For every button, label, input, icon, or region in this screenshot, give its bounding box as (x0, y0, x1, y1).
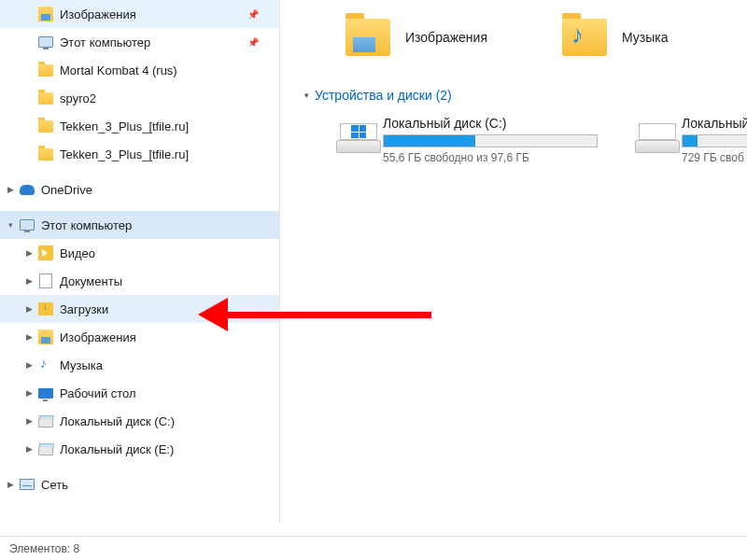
folder-icon (37, 90, 54, 106)
tree-item-spyro2[interactable]: spyro2 (0, 84, 279, 112)
tree-item-label: Изображения (60, 7, 136, 21)
chevron-right-icon[interactable]: ▶ (22, 414, 35, 427)
network-icon (19, 476, 35, 493)
tree-item-tekken-1[interactable]: Tekken_3_Plus_[tfile.ru] (0, 112, 279, 140)
tree-item-onedrive[interactable]: ▶ OneDrive (0, 175, 279, 203)
drive-icon (635, 119, 669, 153)
documents-icon (37, 273, 54, 289)
chevron-right-icon[interactable]: ▶ (22, 442, 35, 455)
drive-icon (37, 441, 54, 457)
drive-free-text: 729 ГБ своб (682, 151, 747, 164)
tree-item-label: Tekken_3_Plus_[tfile.ru] (60, 119, 189, 133)
chevron-right-icon[interactable]: ▶ (22, 246, 35, 259)
tree-item-label: Видео (60, 246, 95, 260)
tree-item-drive-c[interactable]: ▶ Локальный диск (C:) (0, 407, 279, 435)
chevron-down-icon[interactable]: ▾ (4, 218, 17, 231)
tree-item-mk4[interactable]: Mortal Kombat 4 (rus) (0, 56, 279, 84)
tree-item-label: Локальный диск (C:) (60, 414, 175, 428)
tree-item-label: Загрузки (60, 302, 108, 316)
pictures-icon (37, 6, 54, 22)
chevron-right-icon[interactable]: ▶ (22, 386, 35, 399)
folder-tile-label: Изображения (405, 30, 487, 45)
tree-item-drive-e[interactable]: ▶ Локальный диск (E:) (0, 435, 279, 463)
chevron-right-icon[interactable]: ▶ (22, 302, 35, 315)
folder-tile-music[interactable]: Музыка (562, 19, 669, 56)
tree-item-this-pc[interactable]: ▾ Этот компьютер (0, 211, 279, 239)
tree-item-downloads[interactable]: ▶ Загрузки (0, 295, 279, 323)
pin-icon: 📌 (247, 9, 259, 20)
pictures-icon (37, 329, 54, 345)
status-bar: Элементов: 8 (0, 536, 747, 560)
desktop-icon (37, 385, 54, 401)
drive-tile-c[interactable]: Локальный диск (C:) 55,6 ГБ свободно из … (336, 116, 598, 164)
tree-item-network[interactable]: ▶ Сеть (0, 470, 279, 498)
tree-item-label: Этот компьютер (60, 35, 150, 49)
tree-item-this-pc-qa[interactable]: Этот компьютер 📌 (0, 28, 279, 56)
drive-usage-bar (682, 134, 747, 147)
tree-item-pictures[interactable]: Изображения 📌 (0, 0, 279, 28)
tree-item-tekken-2[interactable]: Tekken_3_Plus_[tfile.ru] (0, 140, 279, 168)
chevron-down-icon[interactable]: ▾ (304, 91, 309, 100)
tree-item-desktop[interactable]: ▶ Рабочий стол (0, 379, 279, 407)
chevron-right-icon[interactable]: ▶ (22, 274, 35, 287)
video-icon (37, 245, 54, 261)
tree-item-label: Документы (60, 274, 122, 288)
pin-icon: 📌 (247, 37, 259, 48)
tree-item-label: Tekken_3_Plus_[tfile.ru] (60, 147, 189, 161)
tree-item-documents[interactable]: ▶ Документы (0, 267, 279, 295)
folder-icon (37, 146, 54, 162)
drive-name: Локальный диск (C:) (383, 116, 598, 131)
tree-item-label: Музыка (60, 358, 103, 372)
tree-item-label: Этот компьютер (41, 218, 132, 232)
downloads-icon (37, 301, 54, 317)
music-icon (37, 357, 54, 373)
folder-tile-label: Музыка (622, 30, 669, 45)
tree-item-music[interactable]: ▶ Музыка (0, 351, 279, 379)
onedrive-icon (19, 181, 35, 198)
tree-item-label: spyro2 (60, 91, 96, 105)
drives-section-header[interactable]: ▾ Устройства и диски (2) (299, 84, 747, 110)
chevron-right-icon[interactable]: ▶ (22, 358, 35, 371)
tree-item-pictures-pc[interactable]: ▶ Изображения (0, 323, 279, 351)
tree-item-videos[interactable]: ▶ Видео (0, 239, 279, 267)
chevron-right-icon[interactable]: ▶ (22, 330, 35, 343)
drive-tile-second[interactable]: Локальный 729 ГБ своб (635, 116, 747, 164)
tree-item-label: Локальный диск (E:) (60, 442, 174, 456)
drive-usage-bar (383, 134, 598, 147)
content-pane[interactable]: Изображения Музыка ▾ Устройства и диски … (280, 0, 747, 523)
folder-tile-pictures[interactable]: Изображения (345, 19, 487, 56)
section-header-label: Устройства и диски (2) (315, 88, 452, 103)
navigation-tree[interactable]: Изображения 📌 Этот компьютер 📌 Mortal Ko… (0, 0, 280, 523)
tree-item-label: Изображения (60, 330, 136, 344)
chevron-right-icon[interactable]: ▶ (4, 478, 17, 491)
tree-item-label: Mortal Kombat 4 (rus) (60, 63, 177, 77)
drive-free-text: 55,6 ГБ свободно из 97,6 ГБ (383, 151, 598, 164)
music-folder-icon (562, 19, 607, 56)
pc-icon (19, 217, 35, 233)
drive-icon (37, 413, 54, 429)
pictures-folder-icon (345, 19, 390, 56)
drive-name: Локальный (682, 116, 747, 131)
pc-icon (37, 34, 54, 50)
folder-icon (37, 62, 54, 78)
folder-icon (37, 118, 54, 134)
chevron-right-icon[interactable]: ▶ (4, 183, 17, 196)
drive-icon (336, 119, 370, 153)
tree-item-label: Рабочий стол (60, 386, 136, 400)
tree-item-label: OneDrive (41, 183, 92, 197)
status-items-count: Элементов: 8 (9, 542, 79, 555)
tree-item-label: Сеть (41, 478, 68, 492)
